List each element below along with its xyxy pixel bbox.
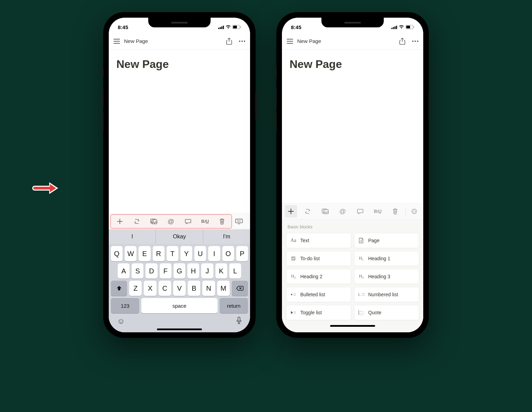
turn-into-button[interactable] [128, 215, 145, 228]
key-q[interactable]: Q [111, 246, 123, 261]
dictation-button[interactable] [236, 317, 242, 326]
key-h[interactable]: H [187, 263, 199, 279]
delete-button[interactable] [387, 205, 404, 218]
battery-icon [406, 25, 414, 29]
block-label: Heading 3 [368, 274, 390, 279]
keyboard[interactable]: I Okay I'm Q W E R T Y U I O P A [109, 229, 250, 332]
svg-rect-1 [220, 27, 221, 29]
nav-title[interactable]: New Page [297, 38, 321, 44]
key-d[interactable]: D [145, 263, 157, 279]
block-icon: Aa [290, 237, 297, 244]
svg-point-53 [291, 294, 292, 295]
key-w[interactable]: W [125, 246, 136, 261]
suggestion-1[interactable]: I [109, 229, 156, 244]
mention-button[interactable]: @ [163, 215, 179, 228]
key-b[interactable]: B [188, 281, 200, 296]
key-u[interactable]: U [194, 246, 206, 261]
editor-toolbar: @ BIU [109, 213, 250, 229]
more-icon[interactable] [412, 41, 418, 42]
block-item-heading-2[interactable]: H2Heading 2 [286, 269, 351, 284]
page-body[interactable]: New Page [282, 50, 423, 203]
close-panel-button[interactable] [408, 205, 420, 218]
status-time: 8:45 [118, 24, 128, 30]
key-f[interactable]: F [160, 263, 171, 279]
format-button[interactable]: BIU [369, 205, 386, 218]
key-t[interactable]: T [167, 246, 178, 261]
suggestion-3[interactable]: I'm [203, 229, 250, 244]
key-e[interactable]: E [139, 246, 150, 261]
page-body[interactable]: New Page [109, 50, 250, 213]
block-item-page[interactable]: Page [354, 233, 419, 248]
key-a[interactable]: A [118, 263, 130, 279]
key-g[interactable]: G [174, 263, 185, 279]
turn-into-button[interactable] [299, 205, 316, 218]
block-item-heading-3[interactable]: H3Heading 3 [354, 269, 419, 284]
key-y[interactable]: Y [180, 246, 192, 261]
key-o[interactable]: O [222, 246, 234, 261]
key-l[interactable]: L [229, 263, 241, 279]
key-i[interactable]: I [208, 246, 220, 261]
page-title[interactable]: New Page [290, 58, 416, 71]
suggestion-2[interactable]: Okay [156, 229, 203, 244]
block-item-toggle-list[interactable]: Toggle list [286, 305, 351, 320]
nav-title[interactable]: New Page [124, 38, 148, 44]
block-item-to-do-list[interactable]: To-do list [286, 251, 351, 266]
svg-marker-58 [291, 311, 293, 314]
block-label: Quote [368, 310, 381, 315]
comment-button[interactable] [180, 215, 196, 228]
emoji-button[interactable]: ☺ [117, 317, 125, 326]
key-space[interactable]: space [141, 298, 217, 313]
key-s[interactable]: S [132, 263, 143, 279]
block-item-numbered-list[interactable]: 1. Numbered list [354, 287, 419, 302]
menu-icon[interactable] [287, 39, 293, 44]
block-label: Bulleted list [300, 292, 325, 297]
comment-button[interactable] [352, 205, 369, 218]
key-v[interactable]: V [173, 281, 186, 296]
key-z[interactable]: Z [129, 281, 142, 296]
svg-rect-32 [396, 26, 397, 29]
home-indicator[interactable] [157, 328, 202, 330]
home-indicator[interactable] [330, 325, 375, 327]
key-shift[interactable] [111, 281, 127, 296]
svg-point-39 [412, 41, 414, 42]
more-icon[interactable] [239, 41, 245, 42]
key-p[interactable]: P [236, 246, 248, 261]
block-icon: To beor notto be [358, 309, 365, 316]
menu-icon[interactable] [114, 39, 120, 44]
key-j[interactable]: J [201, 263, 213, 279]
image-button[interactable] [317, 205, 334, 218]
block-icon [358, 237, 365, 244]
key-c[interactable]: C [159, 281, 171, 296]
keyboard-dismiss-button[interactable] [231, 215, 247, 228]
svg-rect-28 [238, 317, 240, 321]
key-n[interactable]: N [202, 281, 215, 296]
share-icon[interactable] [226, 38, 232, 45]
block-item-bulleted-list[interactable]: Bulleted list [286, 287, 351, 302]
mention-button[interactable]: @ [334, 205, 351, 218]
key-return[interactable]: return [220, 298, 248, 313]
key-r[interactable]: R [153, 246, 165, 261]
keyboard-row-3: Z X C V B N M [109, 279, 250, 296]
delete-button[interactable] [214, 215, 230, 228]
key-m[interactable]: M [217, 281, 230, 296]
keyboard-row-2: A S D F G H J K L [109, 261, 250, 279]
svg-point-41 [417, 41, 418, 42]
key-k[interactable]: K [215, 263, 227, 279]
block-item-text[interactable]: AaText [286, 233, 351, 248]
svg-rect-29 [391, 28, 392, 29]
page-title[interactable]: New Page [116, 58, 242, 71]
format-button[interactable]: BIU [197, 215, 213, 228]
svg-rect-2 [221, 26, 222, 29]
add-block-button[interactable] [285, 205, 297, 218]
navbar: New Page [109, 33, 250, 50]
key-x[interactable]: X [144, 281, 156, 296]
key-123[interactable]: 123 [111, 298, 139, 313]
key-backspace[interactable] [232, 281, 248, 296]
image-button[interactable] [146, 215, 162, 228]
block-item-heading-1[interactable]: H1Heading 1 [354, 251, 419, 266]
svg-rect-35 [414, 26, 414, 28]
navbar: New Page [282, 33, 423, 50]
add-block-button[interactable] [112, 215, 128, 228]
share-icon[interactable] [399, 38, 405, 45]
block-item-quote[interactable]: To beor notto beQuote [354, 305, 419, 320]
